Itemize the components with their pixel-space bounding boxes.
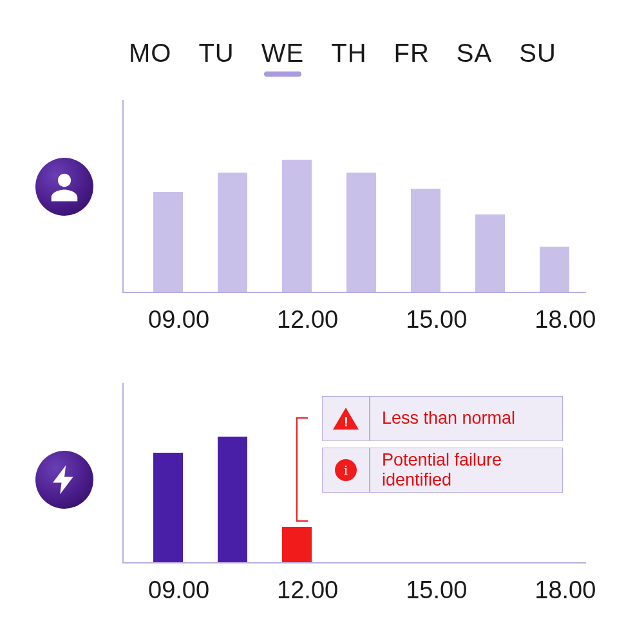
bar [218,173,247,292]
people-xlabels: 09.00 12.00 15.00 18.00 [135,306,599,334]
people-bars [122,160,586,292]
day-tabs: MO TU WE TH FR SA SU [129,39,556,68]
bar [218,437,247,562]
bar [346,173,376,292]
day-tab-su[interactable]: SU [519,39,556,68]
bar [282,160,312,292]
bar [411,189,440,292]
day-tab-mo[interactable]: MO [129,39,171,68]
people-chart [122,100,586,293]
bolt-icon [35,451,93,509]
day-tab-fr[interactable]: FR [394,39,430,68]
power-xlabels: 09.00 12.00 15.00 18.00 [135,576,599,604]
alert-text: Potential failure identified [370,448,563,493]
bar [540,247,569,292]
xlabel: 18.00 [535,306,596,334]
xlabel: 15.00 [406,576,467,604]
bar [475,214,505,292]
alert-less-than-normal: ! Less than normal [322,396,563,441]
bar [153,192,183,292]
xlabel: 09.00 [148,306,209,334]
xlabel: 12.00 [277,576,338,604]
alert-text: Less than normal [370,396,563,441]
warning-triangle-icon: ! [322,396,370,441]
alert-bracket [296,417,308,522]
day-tab-tu[interactable]: TU [198,39,234,68]
alert-panel: ! Less than normal i Potential failure i… [322,396,563,493]
xlabel: 12.00 [277,306,338,334]
xlabel: 15.00 [406,306,467,334]
alert-potential-failure: i Potential failure identified [322,448,563,493]
x-axis [122,292,586,293]
x-axis [122,562,586,564]
day-tab-we[interactable]: WE [261,39,304,68]
person-icon [35,158,93,216]
bar [153,453,183,562]
xlabel: 18.00 [535,576,596,604]
info-circle-icon: i [322,448,370,493]
bar-failure [282,527,312,562]
day-tab-sa[interactable]: SA [457,39,492,68]
day-tab-th[interactable]: TH [331,39,366,68]
xlabel: 09.00 [148,576,209,604]
